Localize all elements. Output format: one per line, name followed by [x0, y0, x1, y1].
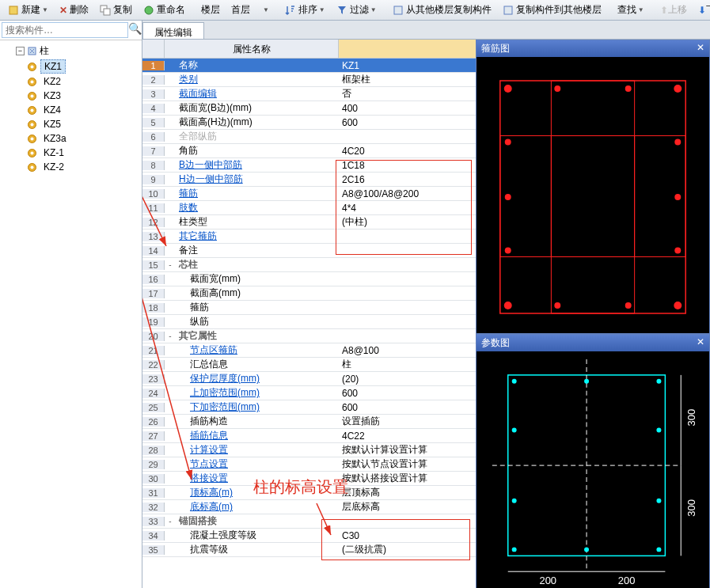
panel-close-icon[interactable]: ✕	[697, 336, 704, 350]
stirrup-diagram-panel: 箍筋图✕	[476, 40, 710, 334]
find-button[interactable]: 查找▼	[613, 2, 649, 18]
svg-point-28	[674, 85, 682, 93]
delete-button[interactable]: ✕删除	[55, 2, 93, 18]
prop-name: 其它属性	[176, 329, 339, 343]
prop-name: 截面宽(mm)	[176, 272, 339, 286]
panel-close-icon[interactable]: ✕	[697, 42, 704, 55]
prop-name: 下加密范围(mm)	[176, 400, 339, 414]
prop-name: 类别	[176, 73, 339, 86]
prop-name: 节点设置	[176, 457, 339, 471]
svg-point-3	[145, 6, 153, 14]
collapse-icon[interactable]: −	[16, 47, 25, 55]
prop-name: 其它箍筋	[176, 230, 339, 243]
floor-button[interactable]: 楼层	[196, 2, 225, 18]
prop-name: 名称	[176, 59, 339, 72]
first-floor-button[interactable]: 首层	[226, 2, 255, 18]
move-down-button[interactable]: ⬇下移	[693, 2, 710, 18]
sort-button[interactable]: 排序▼	[280, 2, 330, 18]
prop-name: 插筋信息	[176, 429, 339, 442]
prop-name: 肢数	[176, 201, 339, 214]
prop-name: 底标高(m)	[176, 500, 339, 514]
move-up-button[interactable]: ⬆上移	[655, 2, 692, 18]
svg-rect-2	[104, 9, 110, 15]
svg-point-37	[505, 248, 511, 254]
tree-item-KZ5[interactable]: KZ5	[27, 117, 140, 131]
prop-name: 截面宽(B边)(mm)	[176, 101, 339, 115]
toolbar: 新建▼ ✕删除 复制 重命名 楼层 首层 ▼ 排序▼ 过滤▼ 从其他楼层复制构件…	[0, 0, 710, 21]
floor-dropdown[interactable]: ▼	[256, 5, 274, 15]
prop-name: 插筋构造	[176, 415, 339, 428]
prop-name: 全部纵筋	[176, 130, 339, 143]
svg-point-47	[656, 547, 661, 552]
svg-point-16	[31, 123, 34, 126]
copy-from-floor-button[interactable]: 从其他楼层复制构件	[388, 2, 496, 18]
prop-name: B边一侧中部筋	[176, 158, 339, 172]
svg-rect-24	[500, 136, 685, 257]
prop-name: 汇总信息	[176, 358, 339, 371]
svg-point-39	[674, 194, 681, 200]
svg-point-30	[674, 302, 682, 309]
svg-point-20	[31, 151, 34, 154]
svg-point-45	[656, 379, 661, 384]
rename-button[interactable]: 重命名	[139, 2, 190, 18]
search-icon[interactable]: 🔍	[128, 22, 142, 38]
svg-point-14	[31, 108, 34, 112]
filter-button[interactable]: 过滤▼	[332, 2, 382, 18]
copy-to-floor-button[interactable]: 复制构件到其他楼层	[498, 2, 606, 18]
sidebar: 🔍 − 柱 KZ1KZ2KZ3KZ4KZ5KZ3aKZ-1KZ-2	[0, 21, 142, 588]
tree-item-KZ4[interactable]: KZ4	[27, 103, 140, 117]
svg-point-51	[512, 499, 517, 503]
svg-point-32	[625, 85, 632, 92]
component-tree[interactable]: − 柱 KZ1KZ2KZ3KZ4KZ5KZ3aKZ-1KZ-2	[0, 40, 142, 588]
tree-item-KZ3a[interactable]: KZ3a	[27, 131, 140, 146]
svg-point-18	[31, 137, 34, 140]
svg-rect-26	[551, 136, 634, 257]
prop-name: 箍筋	[176, 187, 339, 200]
svg-rect-4	[394, 6, 402, 14]
stirrup-diagram	[476, 57, 709, 336]
svg-point-8	[31, 65, 34, 68]
svg-rect-5	[504, 6, 512, 14]
prop-name: 截面高(H边)(mm)	[176, 116, 339, 129]
prop-name: 截面高(mm)	[176, 286, 339, 300]
svg-text:300: 300	[685, 499, 697, 517]
search-input[interactable]	[2, 22, 128, 38]
prop-name: H边一侧中部筋	[176, 173, 339, 186]
main-panel: 属性编辑 属性名称 属性值 附加 1名称KZ12类别框架柱3截面编辑否4截面宽(…	[142, 21, 710, 588]
prop-name: 芯柱	[176, 258, 339, 271]
stirrup-diagram-title: 箍筋图	[481, 42, 510, 55]
tree-root-label: 柱	[40, 44, 49, 58]
tree-item-KZ1[interactable]: KZ1	[27, 59, 140, 74]
svg-rect-25	[551, 81, 634, 313]
svg-point-10	[31, 80, 34, 83]
prop-name: 锚固搭接	[176, 514, 339, 528]
tree-item-KZ-1[interactable]: KZ-1	[27, 146, 140, 160]
svg-point-29	[504, 302, 512, 309]
svg-point-49	[584, 547, 589, 552]
new-button[interactable]: 新建▼	[3, 2, 53, 18]
prop-name: 节点区箍筋	[176, 343, 339, 357]
prop-name: 上加密范围(mm)	[176, 386, 339, 400]
tree-item-KZ3[interactable]: KZ3	[27, 89, 140, 103]
prop-name: 混凝土强度等级	[176, 529, 339, 542]
prop-name: 抗震等级	[176, 543, 339, 556]
svg-point-22	[31, 165, 34, 169]
svg-rect-0	[9, 6, 17, 14]
prop-name: 保护层厚度(mm)	[176, 372, 339, 385]
param-diagram-panel: 参数图✕ 200 200 300 300	[476, 334, 710, 588]
tree-root-column[interactable]: − 柱	[5, 44, 140, 59]
prop-name: 备注	[176, 244, 339, 257]
svg-point-12	[31, 94, 34, 97]
tab-properties[interactable]: 属性编辑	[142, 22, 204, 39]
tree-item-KZ2[interactable]: KZ2	[27, 74, 140, 89]
tree-item-KZ-2[interactable]: KZ-2	[27, 160, 140, 174]
svg-point-48	[584, 379, 589, 384]
prop-name: 角筋	[176, 144, 339, 157]
svg-point-46	[512, 547, 517, 552]
prop-name: 箍筋	[176, 301, 339, 314]
svg-text:200: 200	[539, 575, 556, 586]
svg-point-40	[674, 248, 681, 254]
param-diagram: 200 200 300 300	[476, 351, 709, 588]
prop-name: 顶标高(m)	[176, 486, 339, 499]
copy-button[interactable]: 复制	[95, 2, 137, 18]
